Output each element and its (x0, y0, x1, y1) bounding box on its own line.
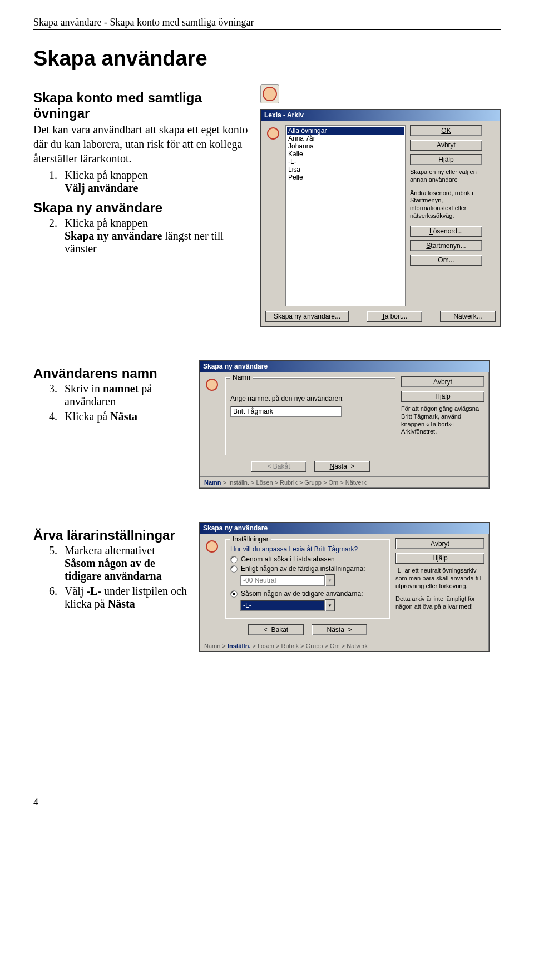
section1-title: Skapa konto med samtliga övningar (33, 90, 250, 121)
smiley-icon-box (260, 84, 501, 103)
next-button[interactable]: Nästa > (314, 461, 370, 472)
dialog3-sidenote1: -L- är ett neutralt övningsarkiv som man… (395, 567, 484, 590)
dialog-create-user-name: Skapa ny användare Namn Ange namnet på d… (199, 360, 490, 489)
dialog2-titlebar: Skapa ny användare (200, 361, 489, 372)
list-item[interactable]: Lisa (287, 166, 404, 173)
step5-pre: Markera alternativet (65, 544, 155, 556)
dialog3-titlebar: Skapa ny användare (200, 523, 489, 534)
delete-button[interactable]: Ta bort... (367, 311, 422, 322)
step5-num: 5. (49, 544, 65, 557)
list-item[interactable]: Alla övningar (287, 127, 404, 135)
step2-text: Klicka på knappen (65, 217, 148, 229)
step3-num: 3. (49, 382, 65, 395)
cancel-button[interactable]: Avbryt (395, 538, 484, 549)
cancel-button[interactable]: Avbryt (401, 376, 484, 387)
about-button[interactable]: Om... (410, 255, 482, 266)
dialog2-status: Namn > Inställn. > Lösen > Rubrik > Grup… (200, 476, 489, 488)
heading-1: Skapa användare (33, 47, 501, 71)
page-number: 4 (33, 797, 501, 808)
step1-num: 1. (49, 169, 65, 182)
help-button[interactable]: Hjälp (401, 391, 484, 402)
radio-label: Såsom någon av de tidigare användarna: (241, 590, 363, 598)
step2-num: 2. (49, 217, 65, 230)
step1-text: Klicka på knappen (65, 169, 148, 181)
list-item[interactable]: Johanna (287, 142, 404, 150)
step3-bold: namnet (103, 382, 139, 395)
radio-label: Genom att söka i Listdatabasen (241, 555, 335, 563)
page-header: Skapa användare - Skapa konto med samtli… (33, 17, 501, 30)
radio-option-1[interactable]: Genom att söka i Listdatabasen (230, 555, 385, 563)
chevron-down-icon[interactable]: ▼ (325, 599, 335, 611)
step6-num: 6. (49, 585, 65, 598)
preset-combo[interactable]: -00 Neutral ▼ (240, 574, 335, 586)
combo-value: -00 Neutral (240, 575, 325, 586)
password-button[interactable]: Lösenord... (410, 226, 482, 237)
step4-num: 4. (49, 410, 65, 423)
step4-pre: Klicka på (65, 410, 110, 422)
dialog-create-user-settings: Skapa ny användare Inställningar Hur vil… (199, 522, 490, 652)
dialog1-titlebar: Lexia - Arkiv (261, 110, 500, 121)
dialog3-legend: Inställningar (230, 535, 271, 543)
section1-intro: Det kan vara användbart att skapa ett eg… (33, 122, 250, 166)
step1-bold: Välj användare (65, 182, 138, 194)
radio-label: Enligt någon av de färdiga inställningar… (241, 565, 365, 573)
user-listbox[interactable]: Alla övningar Anna 7år Johanna Kalle -L-… (285, 125, 406, 306)
section3-title: Användarens namn (33, 366, 189, 381)
dialog1-smiley-icon (265, 125, 281, 306)
combo-value: -L- (240, 600, 325, 611)
section2-title: Skapa ny användare (33, 200, 250, 216)
next-button[interactable]: Nästa > (312, 624, 367, 635)
step2-bold: Skapa ny användare (65, 230, 162, 242)
dialog2-prompt: Ange namnet på den nye användaren: (230, 395, 390, 402)
step6-bold2: Nästa (108, 598, 135, 610)
dialog3-status: Namn > Inställn. > Lösen > Rubrik > Grup… (200, 640, 489, 651)
dialog2-smiley-icon (204, 376, 220, 472)
dialog2-legend: Namn (230, 374, 253, 381)
create-user-button[interactable]: Skapa ny användare... (265, 311, 349, 322)
step6-bold1: -L- (86, 585, 101, 597)
list-item[interactable]: Kalle (287, 150, 404, 158)
chevron-down-icon[interactable]: ▼ (325, 574, 335, 586)
dialog1-note1: Skapa en ny eller välj en annan användar… (410, 168, 482, 184)
step4-bold: Nästa (110, 410, 137, 422)
user-combo[interactable]: -L- ▼ (240, 599, 335, 611)
cancel-button[interactable]: Avbryt (410, 140, 482, 151)
back-button[interactable]: < Bakåt (251, 461, 306, 472)
list-item[interactable]: -L- (287, 158, 404, 166)
dialog3-question: Hur vill du anpassa Lexia åt Britt Tågma… (230, 545, 385, 553)
dialog-lexia-arkiv: Lexia - Arkiv Alla övningar Anna 7år Joh… (260, 109, 501, 327)
list-item[interactable]: Pelle (287, 173, 404, 181)
back-button[interactable]: < Bakåt (248, 624, 304, 635)
dialog3-smiley-icon (204, 538, 220, 635)
step5-bold: Såsom någon av de tidigare användarna (65, 557, 162, 582)
help-button[interactable]: Hjälp (410, 154, 482, 165)
radio-option-2[interactable]: Enligt någon av de färdiga inställningar… (230, 565, 385, 573)
step3-pre: Skriv in (65, 382, 103, 395)
help-button[interactable]: Hjälp (395, 553, 484, 564)
dialog3-sidenote2: Detta arkiv är inte lämpligt för någon a… (395, 595, 484, 611)
network-button[interactable]: Nätverk... (440, 311, 496, 322)
step6-pre: Välj (65, 585, 86, 597)
dialog2-sidenote: För att någon gång avlägsna Britt Tågmar… (401, 405, 484, 436)
dialog1-note2: Ändra lösenord, rubrik i Startmenyn, inf… (410, 190, 482, 220)
startmenu-button[interactable]: Startmenyn... (410, 240, 482, 251)
ok-button[interactable]: OK (410, 125, 482, 136)
section4-title: Ärva lärarinställningar (33, 528, 189, 543)
name-input[interactable]: Britt Tågmark (230, 406, 342, 417)
list-item[interactable]: Anna 7år (287, 135, 404, 142)
radio-option-3[interactable]: Såsom någon av de tidigare användarna: (230, 590, 385, 598)
